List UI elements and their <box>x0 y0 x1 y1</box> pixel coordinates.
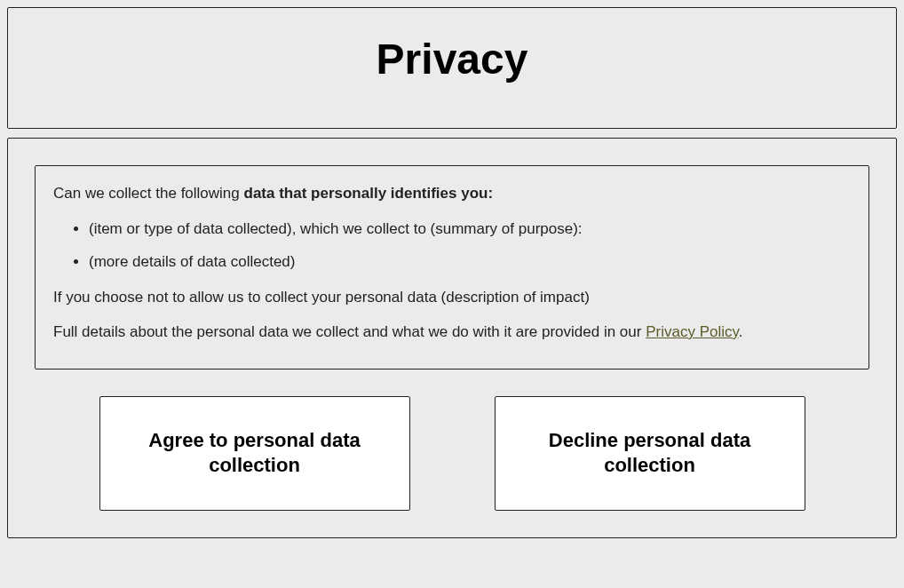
list-item: (more details of data collected) <box>89 250 851 274</box>
data-items-list: (item or type of data collected), which … <box>53 218 851 274</box>
consent-text-box: Can we collect the following data that p… <box>35 165 869 369</box>
policy-prefix: Full details about the personal data we … <box>53 323 646 340</box>
policy-text: Full details about the personal data we … <box>53 321 851 344</box>
header-panel: Privacy <box>7 7 897 129</box>
intro-prefix: Can we collect the following <box>53 185 244 202</box>
impact-text: If you choose not to allow us to collect… <box>53 286 851 309</box>
page-title: Privacy <box>26 35 878 83</box>
main-panel: Can we collect the following data that p… <box>7 138 897 538</box>
decline-button[interactable]: Decline personal data collection <box>495 396 805 511</box>
button-row: Agree to personal data collection Declin… <box>35 396 869 511</box>
privacy-policy-link[interactable]: Privacy Policy <box>646 323 739 340</box>
intro-text: Can we collect the following data that p… <box>53 182 851 205</box>
intro-bold: data that personally identifies you: <box>244 185 494 202</box>
agree-button[interactable]: Agree to personal data collection <box>99 396 410 511</box>
list-item: (item or type of data collected), which … <box>89 218 851 241</box>
policy-suffix: . <box>739 323 743 340</box>
